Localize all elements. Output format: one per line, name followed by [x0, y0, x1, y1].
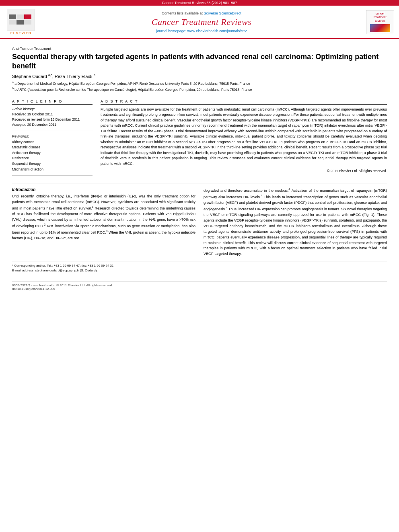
intro-heading: Introduction	[12, 187, 195, 192]
elsevier-text: ELSEVIER	[10, 31, 32, 35]
keywords-section: Keywords: Kidney cancer Metastatic disea…	[12, 134, 93, 173]
doi-line: doi:10.1016/j.ctrv.2011.12.009	[12, 287, 387, 291]
divider-history	[12, 131, 93, 131]
issn-line: 0305-7372/$ - see front matter © 2011 El…	[12, 283, 387, 287]
abstract-header: A B S T R A C T	[101, 99, 387, 105]
history-item-2: Received in revised form 16 December 201…	[12, 117, 93, 122]
kw-4: Resistance	[12, 156, 93, 161]
kw-3: Anticancer therapy	[12, 150, 93, 156]
article-history: Article history: Received 19 October 201…	[12, 107, 93, 127]
journal-top-bar: Cancer Treatment Reviews 38 (2012) 981–9…	[0, 0, 399, 6]
body-left-col: Introduction Until recently, cytokine th…	[12, 187, 195, 257]
kw-2: Metastatic disease	[12, 145, 93, 150]
sciverse-line: Contents lists available at SciVerse Sci…	[162, 11, 241, 15]
right-logo-text: cancertreatmentreviews	[374, 12, 387, 23]
history-item-1: Received 19 October 2011	[12, 112, 93, 117]
intro-left-text: Until recently, cytokine therapy, i.e., …	[12, 194, 195, 241]
body-right-col: degraded and therefore accumulate in the…	[204, 187, 387, 257]
bottom-bar: 0305-7372/$ - see front matter © 2011 El…	[12, 281, 387, 291]
sciverse-link[interactable]: SciVerse ScienceDirect	[204, 11, 242, 15]
history-item-3: Accepted 20 December 2011	[12, 123, 93, 127]
authors: Stéphane Oudard a,*, Reza-Thierry Elaidi…	[12, 74, 387, 79]
footnote-corresponding: * Corresponding author. Tel.: +33 1 56 0…	[12, 263, 387, 268]
divider-2	[12, 183, 387, 183]
two-col-section: A R T I C L E I N F O Article history: R…	[12, 99, 387, 179]
elsevier-image	[7, 9, 35, 31]
abstract-text: Multiple targeted agents are now availab…	[101, 107, 387, 167]
right-logo-graphic	[370, 24, 390, 32]
footnote-email: E-mail address: stephane.oudard@egp.aphp…	[12, 268, 387, 273]
abstract-col: A B S T R A C T Multiple targeted agents…	[101, 99, 387, 179]
right-logo-box: cancertreatmentreviews	[366, 10, 394, 34]
author-names: Stéphane Oudard a,*, Reza-Thierry Elaidi…	[12, 74, 95, 79]
affiliation-a: a a Department of Medical Oncology, Hôpi…	[12, 80, 387, 86]
article-info-header: A R T I C L E I N F O	[12, 99, 93, 105]
journal-citation: Cancer Treatment Reviews 38 (2012) 981–9…	[162, 1, 237, 5]
affiliation-b: b b ARTC (Association pour la Recherche …	[12, 86, 387, 92]
elsevier-logo: ELSEVIER	[5, 9, 37, 35]
journal-header: ELSEVIER Contents lists available at Sci…	[0, 6, 399, 39]
kw-6: Mechanism of action	[12, 167, 93, 173]
journal-title: Cancer Treatment Reviews	[152, 17, 251, 27]
article-info-col: A R T I C L E I N F O Article history: R…	[12, 99, 93, 179]
divider-1	[12, 96, 387, 96]
intro-right-text: degraded and therefore accumulate in the…	[204, 187, 387, 257]
divider-keywords	[12, 175, 93, 176]
history-label: Article history:	[12, 107, 93, 111]
journal-homepage: journal homepage: www.elsevierhealth.com…	[156, 29, 247, 33]
kw-1: Kidney cancer	[12, 140, 93, 145]
affiliations: a a Department of Medical Oncology, Hôpi…	[12, 80, 387, 92]
keywords-label: Keywords:	[12, 134, 93, 138]
body-section: Introduction Until recently, cytokine th…	[12, 187, 387, 257]
main-content: Anti-Tumour Treatment Sequential therapy…	[0, 39, 399, 295]
copyright: © 2011 Elsevier Ltd. All rights reserved…	[101, 169, 387, 173]
kw-5: Sequential therapy	[12, 161, 93, 167]
journal-header-center: Contents lists available at SciVerse Sci…	[41, 11, 362, 33]
article-title: Sequential therapy with targeted agents …	[12, 52, 387, 71]
footnotes-area: * Corresponding author. Tel.: +33 1 56 0…	[12, 261, 387, 273]
section-label: Anti-Tumour Treatment	[12, 46, 387, 51]
